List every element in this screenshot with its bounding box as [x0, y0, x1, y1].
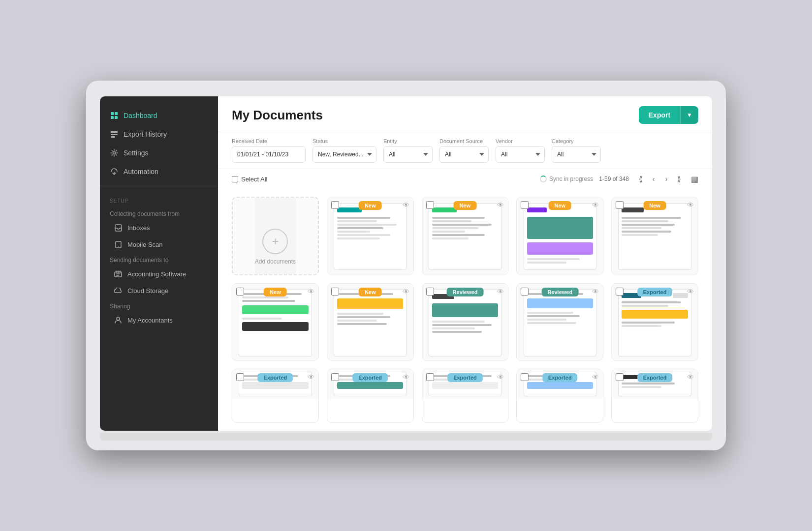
export-button[interactable]: Export [639, 106, 680, 124]
card-checkbox-wpengine[interactable] [616, 288, 624, 295]
status-badge-amazon: New [359, 288, 382, 296]
select-all-checkbox[interactable] [232, 176, 238, 182]
document-source-select[interactable]: All [439, 146, 489, 163]
svg-rect-1 [115, 112, 118, 115]
card-checkbox-exported2[interactable] [331, 373, 339, 381]
status-badge-calendly: New [359, 201, 382, 210]
filter-vendor: Vendor All [496, 138, 545, 163]
filter-category: Category All [552, 138, 601, 163]
pagination-info: 1-59 of 348 [599, 176, 629, 182]
entity-select[interactable]: All [383, 146, 433, 163]
page-title: My Documents [232, 108, 323, 123]
first-page-button[interactable]: ⟪ [635, 173, 647, 185]
card-checkbox-quillbot[interactable] [426, 201, 434, 209]
sidebar-item-settings[interactable]: Settings [100, 144, 218, 162]
filter-entity: Entity All [383, 138, 433, 163]
eye-button-taboola2[interactable]: 👁 [497, 288, 504, 295]
card-checkbox-canva[interactable] [521, 201, 529, 209]
doc-card-exported4[interactable]: Exported 👁 [516, 369, 603, 423]
doc-card-exported2[interactable]: Exported 👁 [327, 369, 414, 423]
svg-point-7 [113, 152, 116, 154]
sidebar-item-cloud[interactable]: Cloud Storage [100, 282, 218, 299]
eye-button-wpengine[interactable]: 👁 [687, 288, 694, 295]
status-badge-wpengine: Exported [637, 288, 673, 296]
grid-view-button[interactable]: ▦ [691, 175, 698, 184]
status-select[interactable]: New, Reviewed... [312, 146, 376, 163]
doc-card-bouncer[interactable]: Reviewed 👁 Bouncer [516, 283, 603, 361]
sidebar-divider [100, 186, 218, 186]
doc-card-calendly[interactable]: New 👁 [327, 197, 414, 275]
pagination-controls: ⟪ ‹ › ⟫ [635, 173, 685, 185]
card-checkbox-bouncer[interactable] [521, 288, 529, 295]
preview-taboola2 [429, 290, 502, 356]
eye-button-exported2[interactable]: 👁 [403, 373, 409, 381]
eye-button-fiverr[interactable]: 👁 [308, 288, 314, 295]
sidebar-item-mobile-scan[interactable]: Mobile Scan [100, 236, 218, 253]
eye-button-calendly[interactable]: 👁 [403, 201, 409, 209]
status-badge-bouncer: Reviewed [541, 288, 578, 296]
sharing-label: Sharing [100, 299, 218, 312]
vendor-select[interactable]: All [496, 146, 545, 163]
preview-bouncer [524, 290, 597, 356]
doc-card-exported5[interactable]: Exported 👁 [611, 369, 698, 423]
eye-button-canva[interactable]: 👁 [592, 201, 599, 209]
received-date-label: Received Date [232, 138, 306, 144]
doc-card-taboola2[interactable]: Reviewed 👁 Taboola [422, 283, 509, 361]
sidebar-item-export-history[interactable]: Export History [100, 125, 218, 144]
add-document-label: Add documents [255, 258, 296, 265]
card-checkbox-taboola1[interactable] [616, 201, 624, 209]
main-header: My Documents Export ▼ [218, 96, 712, 132]
category-select[interactable]: All [552, 146, 601, 163]
export-button-group: Export ▼ [639, 106, 698, 124]
eye-button-exported5[interactable]: 👁 [687, 373, 694, 381]
card-checkbox-amazon[interactable] [331, 288, 339, 295]
card-checkbox-exported4[interactable] [521, 373, 529, 381]
next-page-button[interactable]: › [660, 173, 672, 185]
eye-button-exported4[interactable]: 👁 [592, 373, 599, 381]
toolbar-row: Select All Sync in progress 1-59 of 348 … [218, 169, 712, 189]
prev-page-button[interactable]: ‹ [648, 173, 659, 185]
svg-rect-0 [111, 112, 114, 115]
last-page-button[interactable]: ⟫ [673, 173, 685, 185]
doc-card-exported3[interactable]: Exported 👁 [422, 369, 509, 423]
preview-taboola1 [618, 203, 691, 270]
sidebar-item-dashboard[interactable]: Dashboard [100, 106, 218, 125]
eye-button-quillbot[interactable]: 👁 [497, 201, 504, 209]
card-checkbox-taboola2[interactable] [426, 288, 434, 295]
eye-button-bouncer[interactable]: 👁 [592, 288, 599, 295]
card-checkbox-fiverr[interactable] [236, 288, 244, 295]
eye-button-exported1[interactable]: 👁 [308, 373, 314, 381]
sidebar-item-accountants[interactable]: My Accountants [100, 312, 218, 328]
sidebar-item-inboxes[interactable]: Inboxes [100, 219, 218, 236]
export-dropdown-button[interactable]: ▼ [680, 106, 698, 124]
doc-card-taboola1[interactable]: New 👁 T [611, 197, 698, 275]
doc-card-wpengine[interactable]: Exported 👁 [611, 283, 698, 361]
add-document-card[interactable]: + Add documents [232, 197, 319, 275]
status-badge-exported5: Exported [637, 373, 673, 382]
main-content: My Documents Export ▼ Received Date Stat… [218, 96, 712, 431]
sidebar-label-mobile-scan: Mobile Scan [127, 241, 163, 248]
status-badge-exported2: Exported [352, 373, 388, 382]
card-checkbox-exported3[interactable] [426, 373, 434, 381]
doc-card-exported1[interactable]: Exported 👁 [232, 369, 319, 423]
doc-card-amazon[interactable]: New 👁 Amazon [327, 283, 414, 361]
sidebar-label-inboxes: Inboxes [127, 224, 150, 232]
select-all-label[interactable]: Select All [232, 176, 267, 183]
sidebar-item-automation[interactable]: Automation [100, 162, 218, 181]
preview-wpengine [618, 290, 691, 356]
eye-button-amazon[interactable]: 👁 [403, 288, 409, 295]
eye-button-exported3[interactable]: 👁 [497, 373, 504, 381]
sidebar-item-accounting[interactable]: Accounting Software [100, 266, 218, 282]
sync-spinner-icon [540, 176, 547, 182]
doc-card-fiverr[interactable]: New 👁 Fiverr Internati [232, 283, 319, 361]
card-checkbox-calendly[interactable] [331, 201, 339, 209]
eye-button-taboola1[interactable]: 👁 [687, 201, 694, 209]
received-date-input[interactable] [232, 146, 306, 163]
card-checkbox-exported5[interactable] [616, 373, 624, 381]
doc-card-quillbot[interactable]: New 👁 [422, 197, 509, 275]
sidebar: Dashboard Export History [100, 96, 218, 431]
card-checkbox-exported1[interactable] [236, 373, 244, 381]
preview-quillbot [429, 203, 502, 270]
doc-card-canva[interactable]: New 👁 Canva $12.99 [516, 197, 603, 275]
screen: Dashboard Export History [100, 96, 712, 431]
